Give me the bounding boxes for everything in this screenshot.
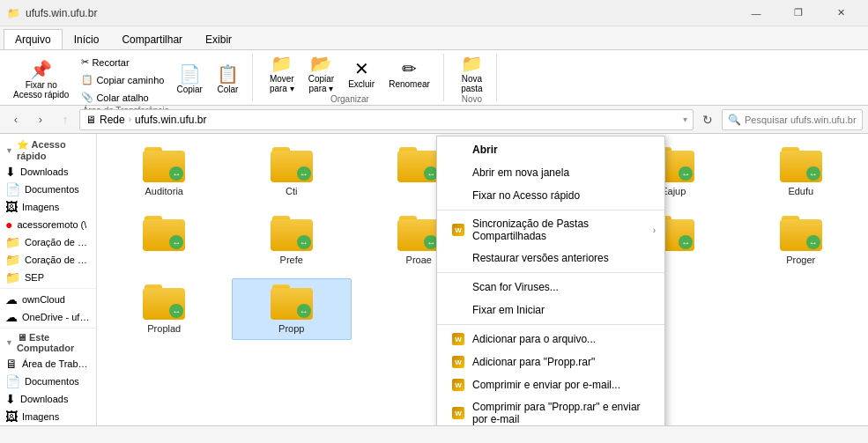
- network-arrow: ↔: [297, 304, 311, 318]
- cm-compress-email-label: Comprimir e enviar por e-mail...: [472, 379, 620, 391]
- paste-button[interactable]: 📋 Colar: [211, 60, 245, 100]
- file-name-auditoria: Auditoria: [145, 186, 183, 196]
- file-item-proger[interactable]: ↔ Proger: [741, 210, 862, 271]
- downloads-icon: ⬇: [5, 165, 16, 179]
- sidebar-item-coracao1[interactable]: 📁 Coração de Corr: [0, 233, 96, 251]
- tab-compartilhar[interactable]: Compartilhar: [110, 29, 194, 49]
- forward-button[interactable]: ›: [30, 109, 51, 130]
- copy-to-label: Copiarpara ▾: [308, 74, 334, 93]
- cm-pin-quick[interactable]: Fixar no Acesso rápido: [437, 184, 664, 207]
- cm-compress-email[interactable]: W Comprimir e enviar por e-mail...: [437, 373, 664, 396]
- sidebar-item-documentos[interactable]: 📄 Documentos: [0, 181, 96, 198]
- cm-add-propp-rar-label: Adicionar para "Propp.rar": [472, 356, 595, 368]
- acessoremoto-icon: ●: [5, 218, 12, 232]
- search-input[interactable]: [745, 114, 857, 125]
- paste-shortcut-button[interactable]: 📎 Colar atalho: [77, 89, 168, 106]
- file-item-6[interactable]: ↔: [104, 210, 225, 271]
- imagens-pc-icon: 🖼: [5, 410, 18, 424]
- address-dropdown-arrow[interactable]: ▾: [683, 114, 687, 124]
- folder-icon-3: ↔: [397, 147, 440, 182]
- cm-open-label: Abrir: [472, 144, 498, 156]
- maximize-button[interactable]: ❐: [778, 0, 819, 26]
- cm-sep-3: [437, 324, 664, 325]
- window-icon: 📁: [7, 7, 20, 19]
- rename-button[interactable]: ✏ Renomear: [382, 54, 436, 94]
- tab-inicio[interactable]: Início: [63, 29, 111, 49]
- delete-icon: ✕: [354, 60, 369, 78]
- move-icon: 📁: [271, 55, 293, 72]
- file-item-auditoria[interactable]: ↔ Auditoria: [104, 141, 225, 203]
- sidebar-item-onedrive[interactable]: ☁ OneDrive - ufu.br: [0, 308, 96, 326]
- sidebar-item-acessoremoto[interactable]: ● acessoremoto (\: [0, 216, 96, 233]
- cm-add-propp-rar-icon: W: [451, 355, 465, 369]
- pin-icon: 📌: [30, 61, 52, 78]
- cm-scan-label: Scan for Viruses...: [472, 281, 559, 293]
- sidebar-item-downloads-pc[interactable]: ⬇ Downloads: [0, 390, 96, 408]
- winrar-icon-4: W: [452, 407, 464, 419]
- quick-access-label: ⭐ Acesso rápido: [17, 139, 91, 161]
- file-item-cti[interactable]: ↔ Cti: [232, 141, 352, 203]
- address-path[interactable]: 🖥 Rede › ufufs.win.ufu.br ▾: [79, 109, 694, 130]
- close-button[interactable]: ✕: [820, 0, 861, 26]
- file-item-propp[interactable]: ↔ Propp: [232, 278, 352, 340]
- cm-add-archive[interactable]: W Adicionar para o arquivo...: [437, 328, 664, 351]
- network-arrow: ↔: [806, 235, 820, 249]
- copy-label: Copiar: [176, 85, 202, 94]
- copy-path-button[interactable]: 📋 Copiar caminho: [77, 71, 168, 88]
- file-item-proplad[interactable]: ↔ Proplad: [104, 278, 225, 340]
- owncloud-icon: ☁: [5, 292, 18, 306]
- cm-sync[interactable]: W Sincronização de Pastas Compartilhadas…: [437, 213, 664, 247]
- ribbon-group-organize-buttons: 📁 Moverpara ▾ 📂 Copiarpara ▾ ✕ Excluir ✏…: [263, 54, 436, 94]
- cut-button[interactable]: ✂ Recortar: [77, 54, 168, 70]
- cm-scan[interactable]: Scan for Viruses...: [437, 276, 664, 299]
- cm-pin-start[interactable]: Fixar em Iniciar: [437, 299, 664, 321]
- cm-restore-versions[interactable]: Restaurar versões anteriores: [437, 247, 664, 269]
- sidebar-imagens-pc-label: Imagens: [22, 411, 59, 422]
- up-button[interactable]: ↑: [55, 109, 76, 130]
- pin-quick-access-button[interactable]: 📌 Fixar noAcesso rápido: [7, 60, 75, 100]
- sidebar-downloads-label: Downloads: [20, 166, 68, 177]
- sidebar-item-imagens-pc[interactable]: 🖼 Imagens: [0, 408, 96, 425]
- new-folder-button[interactable]: 📁 Novapasta: [455, 54, 489, 94]
- sidebar-item-owncloud[interactable]: ☁ ownCloud: [0, 291, 96, 308]
- title-bar-left: 📁 ufufs.win.ufu.br: [7, 7, 97, 19]
- file-name-proger: Proger: [786, 255, 815, 265]
- sidebar-item-coracao2[interactable]: 📁 Coração de Corr: [0, 251, 96, 269]
- tab-arquivo[interactable]: Arquivo: [4, 29, 63, 49]
- folder-icon-cti: ↔: [271, 147, 313, 182]
- rename-icon: ✏: [402, 60, 417, 78]
- search-box[interactable]: 🔍: [722, 109, 863, 130]
- minimize-button[interactable]: —: [736, 0, 776, 26]
- cm-open-new-window[interactable]: Abrir em nova janela: [437, 161, 664, 184]
- winrar-icon-1: W: [452, 333, 464, 345]
- move-to-button[interactable]: 📁 Moverpara ▾: [263, 54, 300, 94]
- file-item-prefe[interactable]: ↔ Prefe: [232, 210, 352, 271]
- file-item-edufu[interactable]: ↔ Edufu: [741, 141, 862, 203]
- sidebar-item-docs-pc[interactable]: 📄 Documentos: [0, 373, 96, 390]
- move-label: Moverpara ▾: [270, 74, 294, 93]
- quick-access-arrow: ▼: [5, 146, 13, 155]
- este-computador-header[interactable]: ▼ 🖥 Este Computador: [0, 330, 96, 355]
- quick-access-header[interactable]: ▼ ⭐ Acesso rápido: [0, 137, 96, 163]
- cm-compress-propp-email[interactable]: W Comprimir para "Propp.rar" e enviar po…: [437, 396, 664, 425]
- cm-add-archive-label: Adicionar para o arquivo...: [472, 333, 596, 345]
- copy-to-button[interactable]: 📂 Copiarpara ▾: [302, 54, 340, 94]
- copy-button[interactable]: 📄 Copiar: [170, 60, 208, 100]
- address-bar: ‹ › ↑ 🖥 Rede › ufufs.win.ufu.br ▾ ↻ 🔍: [0, 106, 868, 134]
- delete-button[interactable]: ✕ Excluir: [342, 54, 381, 94]
- cm-open[interactable]: Abrir: [437, 138, 664, 161]
- sidebar-item-downloads[interactable]: ⬇ Downloads: [0, 163, 96, 181]
- address-server: ufufs.win.ufu.br: [135, 114, 206, 126]
- delete-label: Excluir: [348, 79, 375, 89]
- back-button[interactable]: ‹: [5, 109, 26, 130]
- refresh-button[interactable]: ↻: [697, 109, 718, 130]
- cm-compress-email-icon: W: [451, 378, 465, 392]
- sidebar-item-sep[interactable]: 📁 SEP: [0, 269, 96, 286]
- sidebar-item-area-trabalho[interactable]: 🖥 Área de Trabalho: [0, 355, 96, 373]
- cm-add-propp-rar[interactable]: W Adicionar para "Propp.rar": [437, 351, 664, 373]
- sidebar-item-imagens[interactable]: 🖼 Imagens: [0, 198, 96, 216]
- tab-exibir[interactable]: Exibir: [194, 29, 243, 49]
- folder-icon-proae: ↔: [397, 216, 440, 251]
- ribbon-group-organize: 📁 Moverpara ▾ 📂 Copiarpara ▾ ✕ Excluir ✏…: [263, 54, 444, 101]
- ribbon: Arquivo Início Compartilhar Exibir 📌 Fix…: [0, 26, 868, 106]
